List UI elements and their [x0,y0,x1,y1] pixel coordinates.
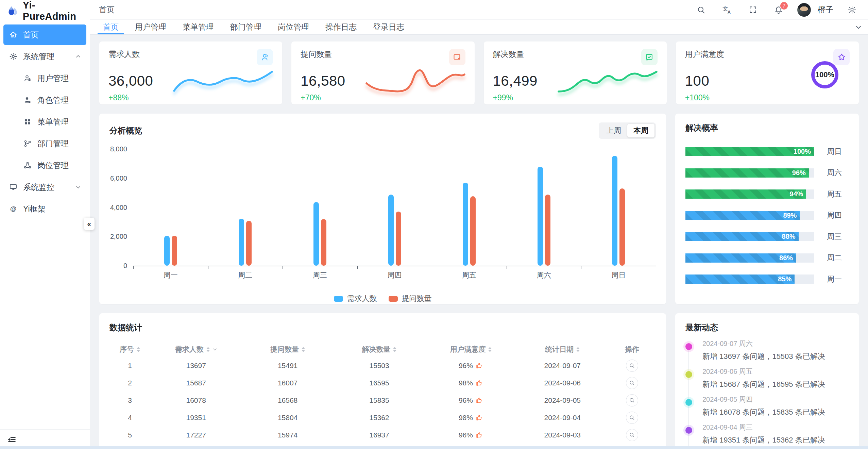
table-cell: 2024-09-05 [517,396,608,404]
sidebar-item-user-mgmt[interactable]: 用户管理 [3,68,86,88]
sort-desc-icon[interactable] [576,350,580,352]
sort-desc-icon[interactable] [302,350,305,352]
logo[interactable]: Yi-PureAdmin [0,0,90,22]
sort-caret-icon[interactable] [393,347,396,352]
column-header-统计日期[interactable]: 统计日期 [517,345,608,354]
middle-row: 分析概览 上周 本周 02,0004,0006,0008,000 周一周二周三周… [99,114,859,304]
thumbs-up-icon [476,362,483,369]
sort-desc-icon[interactable] [206,350,210,352]
x-tick-label: 周一 [154,270,188,280]
sidebar-item-system[interactable]: 系统管理 [3,46,86,67]
fullscreen-icon[interactable] [746,3,760,17]
timeline-date: 2024-09-05 周四 [702,395,849,404]
tab-操作日志[interactable]: 操作日志 [317,20,365,34]
progress-value: 94% [789,189,803,199]
bell-icon[interactable]: 7 [771,3,786,17]
sort-asc-icon[interactable] [206,347,210,349]
row-view-button[interactable] [626,412,638,424]
tabs-chevron-down-icon[interactable] [849,20,868,34]
horizontal-scrollbar[interactable] [0,446,868,449]
analysis-chart-card: 分析概览 上周 本周 02,0004,0006,0008,000 周一周二周三周… [99,114,666,304]
sort-asc-icon[interactable] [393,347,396,349]
sidebar-item-post-mgmt[interactable]: 岗位管理 [3,155,86,176]
gear-icon[interactable] [845,3,859,17]
column-header-label: 用户满意度 [450,345,486,354]
row-view-button[interactable] [626,429,638,441]
table-row: 316078165681583596%2024-09-05 [109,392,656,409]
stat-title: 提问数量 [301,49,332,60]
sidebar-item-monitor[interactable]: 系统监控 [3,177,86,197]
search-icon[interactable] [694,3,708,17]
tab-首页[interactable]: 首页 [95,20,127,34]
table-cell: 1 [109,362,150,370]
sort-asc-icon[interactable] [576,347,580,349]
column-header-用户满意度[interactable]: 用户满意度 [425,345,516,354]
sidebar-item-home[interactable]: 首页 [3,24,86,45]
table-cell: 15362 [334,414,425,422]
progress-day-label: 周五 [827,189,849,199]
sidebar-item-dept-mgmt[interactable]: 部门管理 [3,133,86,154]
translate-icon[interactable]: 文A [720,3,734,17]
column-header-提问数量[interactable]: 提问数量 [242,345,333,354]
bar-需求人数-周三 [313,202,319,266]
tab-岗位管理[interactable]: 岗位管理 [270,20,317,34]
data-stats-card: 数据统计 序号需求人数提问数量解决数量用户满意度统计日期操作 113697154… [99,313,666,449]
star-icon [833,49,850,65]
y-tick-label: 8,000 [110,145,127,153]
tab-用户管理[interactable]: 用户管理 [127,20,174,34]
sidebar-collapse-fab[interactable]: « [84,218,95,230]
sidebar-item-yi-framework[interactable]: @ Yi框架 [3,199,86,219]
column-header-解决数量[interactable]: 解决数量 [334,345,425,354]
row-view-button[interactable] [626,360,638,372]
sort-caret-icon[interactable] [206,347,210,352]
sort-caret-icon[interactable] [302,347,305,352]
home-icon [9,30,18,39]
chevron-down-icon [75,184,81,190]
breadcrumb[interactable]: 首页 [99,4,115,15]
sidebar-item-role-mgmt[interactable]: 角色管理 [3,90,86,110]
sort-asc-icon[interactable] [488,347,492,349]
progress-track: 100% [685,147,814,156]
week-segmented-control: 上周 本周 [599,122,656,139]
row-view-button[interactable] [626,377,638,389]
progress-fill: 100% [685,147,814,156]
sort-asc-icon[interactable] [137,347,140,349]
timeline-dot [685,371,692,378]
collapse-sidebar-icon[interactable] [7,435,16,444]
table-cell: 98% [425,379,516,387]
tab-登录日志[interactable]: 登录日志 [365,20,412,34]
this-week-button[interactable]: 本周 [627,124,654,137]
column-header-需求人数[interactable]: 需求人数 [150,345,242,354]
tabbar: 首页用户管理菜单管理部门管理岗位管理操作日志登录日志 [90,19,868,35]
avatar[interactable] [797,3,811,17]
chevron-up-icon [75,54,81,59]
notification-badge: 7 [780,1,788,10]
grid-icon [23,117,32,126]
timeline-text: 新增 15687 条问题，16595 条已解决 [702,379,849,389]
sort-desc-icon[interactable] [137,350,140,352]
username[interactable]: 橙子 [818,4,833,15]
sort-desc-icon[interactable] [393,350,396,352]
row-view-button[interactable] [626,394,638,406]
sort-caret-icon[interactable] [576,347,580,352]
sidebar-item-menu-mgmt[interactable]: 菜单管理 [3,112,86,132]
y-tick-label: 0 [123,262,127,270]
table-row: 517227159741693796%2024-09-03 [109,426,656,444]
tab-部门管理[interactable]: 部门管理 [222,20,270,34]
sort-desc-icon[interactable] [488,350,492,352]
sort-caret-icon[interactable] [488,347,492,352]
table-cell: 16007 [242,379,333,387]
legend-item-questions[interactable]: 提问数量 [389,294,432,304]
sort-caret-icon[interactable] [137,347,140,352]
column-header-序号[interactable]: 序号 [109,345,150,354]
sidebar-item-label: 角色管理 [37,95,69,105]
progress-fill: 96% [685,168,809,178]
last-week-button[interactable]: 上周 [600,124,627,137]
legend-item-demand[interactable]: 需求人数 [334,294,377,304]
bar-需求人数-周六 [538,167,543,266]
tab-菜单管理[interactable]: 菜单管理 [174,20,222,34]
filter-chevron-icon[interactable] [212,347,217,352]
sort-asc-icon[interactable] [302,347,305,349]
sidebar-item-label: 用户管理 [37,73,69,84]
timeline-date: 2024-09-04 周三 [702,423,849,432]
